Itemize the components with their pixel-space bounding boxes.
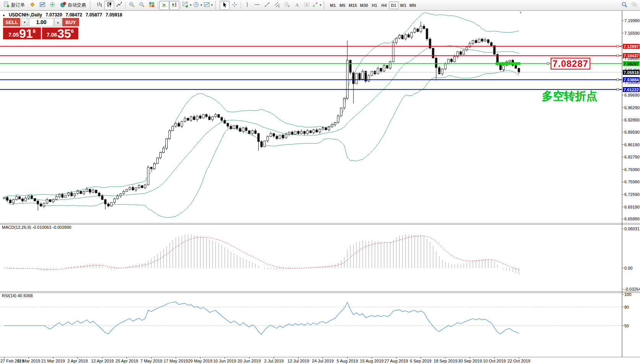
horizontal-line-icon (254, 2, 260, 9)
chat-icon (631, 2, 637, 9)
indicators-dropdown-button[interactable]: ▼ (182, 1, 193, 10)
one-click-trading-panel: SELL ▼ 1.00 ▲ BUY 7.05 91 8 7.06 35 6 (3, 18, 80, 39)
svg-text:A: A (295, 2, 299, 7)
indicators-icon (182, 2, 188, 9)
cursor-button[interactable] (220, 1, 230, 10)
new-order-label: 新订单 (11, 2, 25, 8)
timeframe-m30-button[interactable]: M30 (358, 2, 369, 9)
zoom-in-button[interactable] (127, 1, 137, 10)
volume-input[interactable]: 1.00 (29, 18, 53, 26)
timeframe-h4-button[interactable]: H4 (379, 2, 389, 9)
sell-price-button[interactable]: 7.05 91 8 (3, 28, 41, 39)
vertical-line-icon (244, 2, 250, 9)
volume-decrease-button[interactable]: ▼ (21, 18, 28, 26)
signals-button[interactable] (47, 1, 57, 10)
candlestick-chart-button[interactable] (104, 1, 114, 10)
svg-text:E: E (278, 5, 280, 8)
bar-chart-button[interactable] (94, 1, 104, 10)
close-value: 7.05918 (105, 12, 122, 18)
arrows-icon (312, 2, 318, 9)
svg-text:T: T (306, 3, 308, 6)
toolbar-separator (180, 2, 181, 9)
turning-point-note[interactable]: 多空转折点 (542, 89, 597, 104)
buy-price-pip: 6 (71, 28, 74, 34)
buy-button[interactable]: BUY (62, 18, 79, 26)
timeframe-m15-button[interactable]: M15 (347, 2, 358, 9)
price-chart-canvas[interactable] (0, 11, 640, 364)
buy-price-prefix: 7.06 (47, 32, 57, 38)
macd-label: MACD(12,26,9) -0.010063 -0.002890 (2, 225, 71, 230)
chart-window-icon (39, 2, 45, 9)
search-button[interactable] (619, 1, 629, 10)
tile-windows-icon (149, 2, 155, 9)
templates-dropdown-button[interactable]: ▼ (203, 1, 214, 10)
horizontal-line-button[interactable] (252, 1, 262, 10)
crosshair-icon (232, 2, 238, 9)
auto-scroll-button[interactable] (159, 1, 169, 10)
chart-scale-marker-icon: ▼ (519, 11, 522, 15)
chat-button[interactable] (629, 1, 639, 10)
chevron-down-icon: ▼ (211, 3, 214, 7)
zoom-in-icon (129, 2, 135, 9)
timeframe-m5-button[interactable]: M5 (338, 2, 347, 9)
fibonacci-icon: F (284, 2, 290, 9)
toolbar-separator (125, 2, 126, 9)
rsi-label: RSI(14) 40.5068 (2, 293, 33, 298)
text-button[interactable]: A (292, 1, 302, 10)
main-toolbar: 新订单 自动交易 ▼ ▼ ▼ E F A T (0, 0, 640, 11)
trendline-icon (264, 2, 270, 9)
timeframe-d1-button[interactable]: D1 (389, 2, 399, 9)
chevron-down-icon: ▼ (189, 3, 192, 7)
text-label-button[interactable]: T (302, 1, 312, 10)
sell-price-pip: 8 (33, 28, 36, 34)
autotrading-label: 自动交易 (68, 2, 86, 8)
timeframe-w1-button[interactable]: W1 (399, 2, 408, 9)
text-icon: A (294, 2, 300, 9)
timeframe-h1-button[interactable]: H1 (370, 2, 379, 9)
mt4-window: 新订单 自动交易 ▼ ▼ ▼ E F A T (0, 0, 640, 364)
timeframe-m1-button[interactable]: M1 (328, 2, 338, 9)
line-chart-button[interactable] (114, 1, 124, 10)
buy-price-button[interactable]: 7.06 35 6 (42, 28, 78, 39)
bar-chart-icon (96, 2, 102, 9)
sell-price-prefix: 7.05 (8, 32, 19, 38)
vertical-line-button[interactable] (242, 1, 252, 10)
chart-area[interactable]: 7.199907.165907.131907.096907.064907.030… (0, 11, 640, 364)
toolbar-grip (90, 2, 93, 9)
metaeditor-icon (29, 2, 36, 9)
search-icon (621, 2, 627, 9)
open-value: 7.07320 (45, 12, 62, 18)
equidistant-channel-button[interactable]: E (272, 1, 282, 10)
symbol-period-label: USDCNH-,Daily (9, 12, 42, 18)
sell-button[interactable]: SELL (3, 18, 20, 26)
collapse-icon[interactable]: ▲ (2, 13, 5, 17)
toolbar-grip (215, 2, 219, 9)
fibonacci-button[interactable]: F (282, 1, 292, 10)
svg-text:F: F (288, 5, 290, 8)
low-value: 7.05877 (86, 12, 102, 18)
trendline-button[interactable] (262, 1, 272, 10)
toolbar-separator (241, 2, 241, 9)
new-order-icon (3, 2, 10, 9)
text-label-icon: T (304, 2, 310, 9)
buy-price-big: 35 (57, 29, 71, 39)
price-callout-label[interactable]: 7.08287 (551, 58, 590, 70)
periods-dropdown-button[interactable]: ▼ (193, 1, 203, 10)
volume-increase-button[interactable]: ▲ (54, 18, 62, 26)
tile-windows-button[interactable] (147, 1, 157, 10)
toolbar-separator (158, 2, 158, 9)
timeframe-mn-button[interactable]: MN (408, 2, 418, 9)
zoom-out-icon (139, 2, 145, 9)
metaeditor-button[interactable] (28, 1, 37, 10)
chart-shift-button[interactable] (169, 1, 179, 10)
arrows-dropdown-button[interactable]: ▼ (312, 1, 322, 10)
channel-icon: E (274, 2, 280, 9)
new-order-button[interactable]: 新订单 (1, 1, 28, 10)
zoom-out-button[interactable] (137, 1, 147, 10)
line-chart-icon (116, 2, 122, 9)
autotrading-button[interactable]: 自动交易 (57, 1, 89, 10)
crosshair-button[interactable] (230, 1, 240, 10)
high-value: 7.08472 (66, 12, 82, 18)
chart-title: ▲ USDCNH-,Daily 7.07320 7.08472 7.05877 … (2, 12, 122, 18)
charts-window-button[interactable] (37, 1, 47, 10)
